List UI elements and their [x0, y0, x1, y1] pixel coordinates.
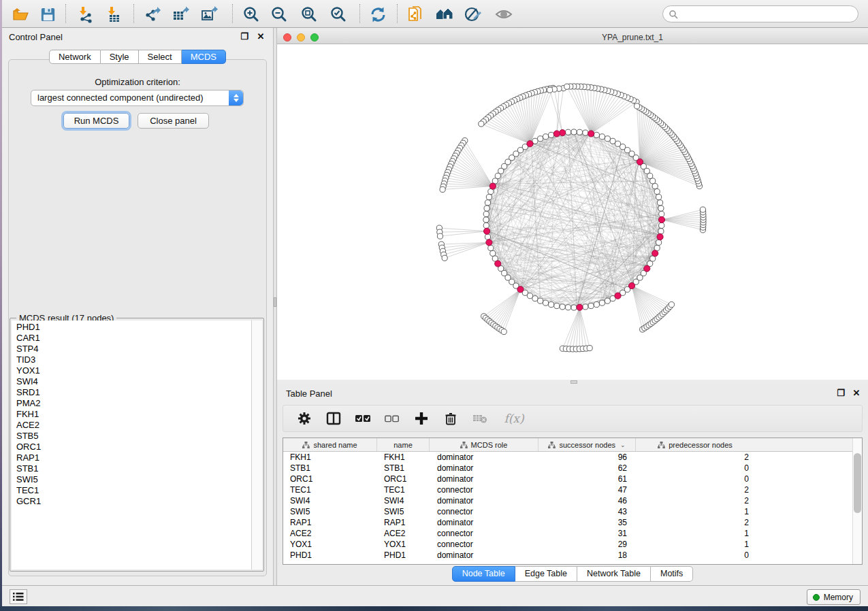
cell[interactable]: SWI4	[377, 495, 430, 506]
cell[interactable]: YOX1	[377, 539, 430, 550]
cell[interactable]: 46	[539, 495, 636, 506]
network-node[interactable]	[479, 121, 484, 127]
network-node[interactable]	[652, 184, 658, 189]
apply-layout-button[interactable]	[367, 3, 389, 25]
cell[interactable]: 1	[636, 539, 754, 550]
mcds-result-list[interactable]: PHD1CAR1STP4TID3YOX1SWI4SRD1PMA2FKH1ACE2…	[12, 320, 252, 569]
network-node[interactable]	[658, 205, 664, 211]
cell[interactable]: SWI4	[283, 495, 377, 506]
tab-network[interactable]: Network	[49, 50, 101, 64]
mcds-result-item[interactable]: CAR1	[16, 333, 251, 344]
cell[interactable]: dominator	[430, 495, 539, 506]
network-node[interactable]	[488, 245, 494, 250]
table-scrollbar-thumb[interactable]	[854, 453, 861, 513]
mcds-result-item[interactable]: SWI4	[16, 376, 251, 387]
network-node[interactable]	[485, 200, 490, 205]
dominator-node[interactable]	[658, 216, 664, 222]
cell[interactable]: SWI5	[377, 506, 430, 517]
network-node[interactable]	[657, 200, 662, 205]
column-header-successor-nodes[interactable]: successor nodes⌄	[539, 438, 636, 451]
cell[interactable]: RAP1	[377, 517, 430, 528]
table-row[interactable]: ORC1ORC1dominator610	[283, 474, 852, 484]
cell[interactable]: dominator	[430, 463, 539, 474]
cell[interactable]: dominator	[430, 474, 539, 484]
dominator-node[interactable]	[486, 240, 492, 246]
criterion-dropdown[interactable]: largest connected component (undirected)	[31, 90, 244, 106]
dominator-node[interactable]	[637, 159, 643, 165]
mcds-result-item[interactable]: PHD1	[16, 322, 251, 333]
network-node[interactable]	[538, 298, 543, 303]
network-node[interactable]	[615, 141, 620, 146]
network-node[interactable]	[571, 305, 577, 310]
network-node[interactable]	[594, 132, 599, 137]
cell[interactable]: PHD1	[283, 550, 377, 561]
network-node[interactable]	[547, 87, 553, 93]
open-file-button[interactable]	[10, 3, 31, 25]
horizontal-splitter[interactable]	[277, 380, 868, 384]
tab-mcds[interactable]: MCDS	[182, 50, 226, 64]
network-node[interactable]	[588, 303, 594, 308]
network-node[interactable]	[656, 240, 662, 245]
dominator-node[interactable]	[577, 304, 583, 310]
mcds-result-item[interactable]: PMA2	[16, 398, 251, 409]
network-canvas[interactable]	[277, 44, 868, 379]
network-node[interactable]	[610, 138, 615, 144]
cell[interactable]: 1	[636, 528, 754, 539]
task-history-button[interactable]	[10, 589, 27, 604]
minimize-window-traffic-light[interactable]	[297, 33, 305, 42]
network-node[interactable]	[583, 130, 588, 135]
float-panel-icon[interactable]: ❐	[239, 31, 250, 42]
dominator-node[interactable]	[652, 250, 658, 257]
network-node[interactable]	[634, 103, 639, 109]
network-window-titlebar[interactable]: YPA_prune.txt_1	[277, 31, 868, 44]
cell[interactable]: 61	[539, 474, 636, 484]
cell[interactable]: 62	[539, 463, 636, 474]
network-node[interactable]	[495, 173, 500, 178]
network-node[interactable]	[564, 84, 570, 89]
dominator-node[interactable]	[495, 261, 501, 267]
zoom-selected-button[interactable]	[327, 3, 349, 25]
cell[interactable]: connector	[430, 484, 539, 495]
network-node[interactable]	[532, 296, 538, 301]
dominator-node[interactable]	[657, 234, 663, 240]
cell[interactable]: FKH1	[377, 452, 430, 463]
split-panel-button[interactable]	[325, 410, 342, 427]
network-node[interactable]	[501, 329, 507, 334]
column-header-MCDS-role[interactable]: MCDS role	[430, 438, 539, 451]
network-node[interactable]	[549, 302, 554, 308]
mcds-result-item[interactable]: STB5	[16, 431, 251, 442]
network-node[interactable]	[700, 207, 705, 212]
table-row[interactable]: SWI5SWI5connector431	[283, 506, 852, 517]
table-scrollbar[interactable]	[852, 438, 862, 564]
network-node[interactable]	[538, 136, 543, 142]
network-node[interactable]	[656, 195, 662, 200]
cell[interactable]: 0	[636, 550, 754, 561]
export-network-button[interactable]	[142, 3, 163, 25]
delete-table-button[interactable]	[471, 410, 489, 427]
network-node[interactable]	[577, 129, 582, 135]
cell[interactable]: 47	[539, 484, 636, 495]
table-row[interactable]: FKH1FKH1dominator962	[283, 452, 852, 463]
cell[interactable]: ORC1	[377, 474, 430, 484]
run-mcds-button[interactable]: Run MCDS	[63, 113, 129, 129]
cell[interactable]: 2	[636, 452, 754, 463]
table-row[interactable]: STB1STB1dominator620	[283, 463, 852, 474]
function-builder-button[interactable]: f(x)	[500, 410, 528, 427]
network-node[interactable]	[527, 293, 532, 299]
cell[interactable]: ACE2	[283, 528, 377, 539]
cell[interactable]: YOX1	[283, 539, 377, 550]
cell[interactable]: 96	[539, 452, 636, 463]
network-node[interactable]	[549, 132, 554, 137]
mcds-result-item[interactable]: TEC1	[16, 485, 251, 496]
close-panel-icon[interactable]: ✕	[851, 388, 862, 399]
network-node[interactable]	[565, 129, 570, 135]
mcds-result-item[interactable]: ACE2	[16, 420, 251, 431]
cell[interactable]: STB1	[377, 463, 430, 474]
cell[interactable]: connector	[430, 506, 539, 517]
dominator-node[interactable]	[628, 282, 634, 288]
network-node[interactable]	[599, 134, 605, 139]
zoom-fit-button[interactable]	[298, 3, 320, 25]
mcds-result-item[interactable]: STP4	[16, 344, 251, 354]
mcds-result-item[interactable]: GCR1	[16, 496, 251, 507]
close-panel-button[interactable]: Close panel	[138, 113, 209, 129]
